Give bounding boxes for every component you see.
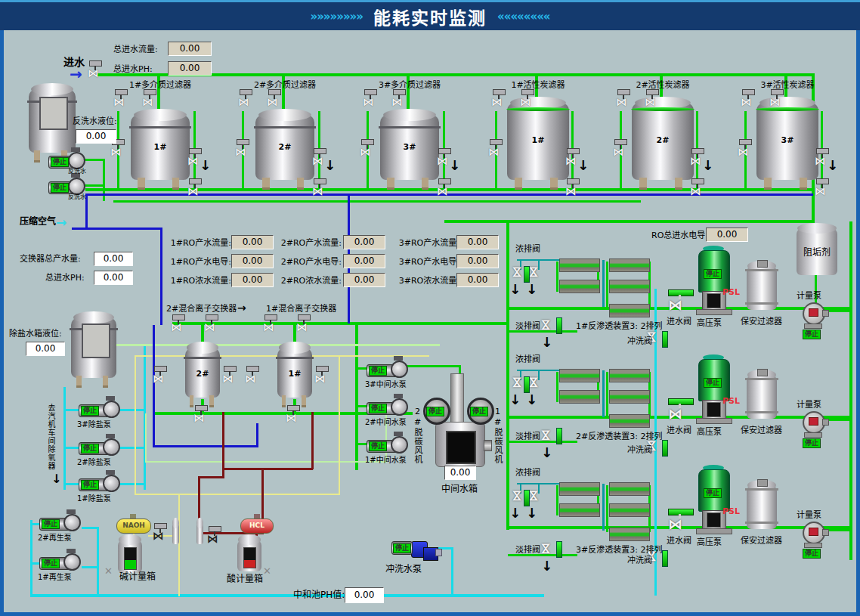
- valve-icon[interactable]: ⋈: [565, 178, 580, 201]
- guard-filter-flange: [745, 411, 778, 413]
- valve-icon[interactable]: ⋈: [738, 139, 753, 162]
- drain-arrow-icon: ↓: [526, 392, 537, 407]
- stop-button[interactable]: 停止: [42, 559, 60, 568]
- valve-icon[interactable]: ⋈: [267, 89, 282, 112]
- stop-button[interactable]: 停止: [369, 441, 387, 451]
- stop-button[interactable]: 停止: [704, 488, 722, 498]
- valve-icon[interactable]: ⋈: [741, 89, 756, 112]
- valve-icon[interactable]: ⋈: [153, 366, 168, 388]
- valve-icon[interactable]: ⋈: [510, 266, 524, 278]
- valve-icon[interactable]: ⋈: [690, 178, 705, 201]
- valve-icon[interactable]: ⋈: [263, 314, 278, 337]
- valve-icon[interactable]: ⋈: [539, 543, 553, 555]
- valve-icon[interactable]: ⋈: [391, 89, 407, 112]
- stop-button[interactable]: 停止: [803, 549, 821, 559]
- ro-membrane-module: [609, 369, 650, 382]
- flush-water-pump[interactable]: 停止: [391, 540, 438, 562]
- inlet-valve-label: 进水阀: [667, 426, 691, 435]
- stop-button[interactable]: 停止: [42, 519, 60, 529]
- total-inlet-flow-label: 总进水流量:: [113, 45, 158, 54]
- hp-pump-base: [696, 309, 732, 315]
- ro-reading-value: 0.00: [343, 235, 385, 249]
- inlet-valve-icon[interactable]: ⋈: [668, 296, 682, 313]
- ro-unit-label: 2#反渗透装置3: 2排列: [576, 432, 667, 441]
- stop-button[interactable]: 停止: [704, 378, 722, 388]
- valve-icon[interactable]: ⋈: [187, 178, 203, 201]
- valve-icon[interactable]: ⋈: [193, 405, 209, 428]
- valve-icon[interactable]: ⋈: [616, 89, 631, 112]
- valve-icon[interactable]: ⋈: [238, 89, 253, 112]
- ro-unit-label: 1#反渗透装置3: 2排列: [576, 322, 667, 331]
- valve-icon[interactable]: ⋈: [510, 490, 524, 502]
- valve-icon[interactable]: ⋈: [286, 405, 301, 428]
- drain-arrow-icon: ↓: [200, 157, 211, 173]
- pipe: [256, 423, 258, 447]
- stop-button[interactable]: 停止: [369, 404, 387, 413]
- valve-position-indicator: [556, 317, 562, 334]
- stop-button[interactable]: 停止: [81, 406, 99, 416]
- metering-pump-outlet: [822, 310, 829, 317]
- valve-position-indicator: [524, 490, 530, 506]
- naoh-tank: NAOH: [116, 518, 151, 534]
- valve-icon[interactable]: ⋈: [235, 139, 250, 162]
- regen-pump[interactable]: 停止: [39, 554, 79, 572]
- intermediate-pump[interactable]: 停止: [367, 437, 406, 455]
- valve-icon[interactable]: ⋈: [510, 376, 524, 388]
- stop-button[interactable]: 停止: [393, 543, 411, 553]
- inlet-valve-icon[interactable]: ⋈: [668, 515, 682, 532]
- decarb-fan-2[interactable]: 停止: [423, 398, 450, 425]
- stop-button[interactable]: 停止: [369, 366, 387, 376]
- stop-button[interactable]: 停止: [426, 407, 444, 416]
- regen-pump[interactable]: 停止: [39, 515, 79, 533]
- ro-reading-label: 3#RO产水流量:: [396, 239, 459, 248]
- intermediate-pump[interactable]: 停止: [367, 399, 406, 417]
- valve-icon[interactable]: ⋈: [539, 319, 553, 331]
- valve-icon[interactable]: ⋈: [314, 366, 329, 388]
- metering-pump-head: [809, 308, 818, 317]
- valve-icon[interactable]: ⋈: [488, 139, 503, 162]
- demin-pump[interactable]: 停止: [79, 401, 118, 419]
- valve-icon[interactable]: ⋈: [769, 89, 784, 112]
- valve-icon[interactable]: ⋈: [88, 60, 103, 83]
- stop-button[interactable]: 停止: [51, 157, 69, 167]
- valve-icon[interactable]: ⋈: [153, 523, 168, 546]
- valve-icon[interactable]: ⋈: [245, 366, 260, 388]
- valve-icon[interactable]: ⋈: [815, 178, 830, 201]
- intermediate-pump[interactable]: 停止: [367, 361, 406, 379]
- valve-icon[interactable]: ⋈: [296, 314, 311, 337]
- valve-icon[interactable]: ⋈: [360, 139, 375, 162]
- valve-icon[interactable]: ⋈: [142, 89, 157, 112]
- demin-pump[interactable]: 停止: [79, 475, 118, 494]
- pipe: [311, 412, 314, 469]
- valve-icon[interactable]: ⋈: [171, 314, 186, 337]
- media-filter-tank: 3#: [380, 115, 439, 180]
- stop-button[interactable]: 停止: [470, 407, 488, 416]
- stop-button[interactable]: 停止: [803, 438, 821, 448]
- stop-button[interactable]: 停止: [803, 330, 821, 339]
- valve-icon[interactable]: ⋈: [204, 314, 219, 337]
- inlet-valve-icon[interactable]: ⋈: [668, 405, 682, 422]
- valve-icon[interactable]: ⋈: [207, 526, 222, 549]
- stop-button[interactable]: 停止: [81, 480, 99, 490]
- valve-icon[interactable]: ⋈: [437, 178, 452, 201]
- valve-icon[interactable]: ⋈: [491, 89, 506, 112]
- pipe: [827, 419, 849, 421]
- to-deaerator-label: 去汽机车间除氧器: [45, 404, 57, 470]
- valve-icon[interactable]: ⋈: [363, 89, 378, 112]
- guard-filter-label: 保安过滤器: [741, 537, 782, 546]
- valve-icon[interactable]: ⋈: [113, 89, 128, 112]
- acid-sight-glass: [243, 547, 256, 568]
- valve-icon[interactable]: ⋈: [645, 89, 660, 112]
- stop-button[interactable]: 停止: [704, 269, 722, 279]
- valve-icon[interactable]: ⋈: [312, 178, 327, 201]
- stop-button[interactable]: 停止: [81, 444, 99, 453]
- drain-arrow-icon: ↓: [541, 558, 552, 574]
- decarb-fan-1[interactable]: 停止: [467, 398, 494, 425]
- backwash-water-tank: [29, 89, 76, 153]
- valve-icon[interactable]: ⋈: [613, 139, 628, 162]
- stop-button[interactable]: 停止: [51, 183, 69, 193]
- valve-icon[interactable]: ⋈: [539, 429, 553, 441]
- valve-icon[interactable]: ⋈: [222, 366, 237, 388]
- valve-icon[interactable]: ⋈: [520, 89, 535, 112]
- demin-pump[interactable]: 停止: [79, 439, 118, 457]
